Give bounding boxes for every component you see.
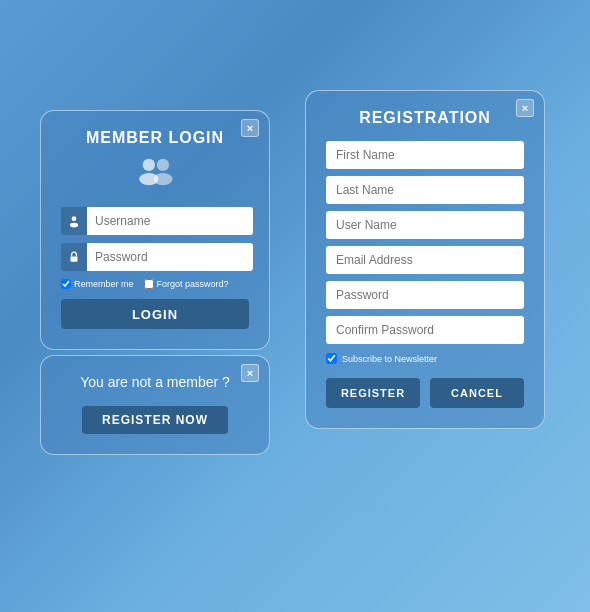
forgot-password-checkbox[interactable] bbox=[144, 279, 154, 289]
password-row bbox=[61, 243, 249, 271]
remember-row: Remember me Forgot password? bbox=[61, 279, 249, 289]
svg-point-3 bbox=[153, 173, 172, 185]
username-input[interactable] bbox=[87, 207, 253, 235]
password-input[interactable] bbox=[87, 243, 253, 271]
registration-close-button[interactable]: × bbox=[516, 99, 534, 117]
not-member-panel: × You are not a member ? REGISTER NOW bbox=[40, 355, 270, 455]
remember-me-label[interactable]: Remember me bbox=[61, 279, 134, 289]
registration-buttons: REGISTER CANCEL bbox=[326, 378, 524, 408]
register-now-button[interactable]: REGISTER NOW bbox=[82, 406, 228, 434]
svg-point-5 bbox=[70, 223, 78, 228]
reg-password-input[interactable] bbox=[326, 281, 524, 309]
login-button[interactable]: LOGIN bbox=[61, 299, 249, 329]
not-member-text: You are not a member ? bbox=[61, 374, 249, 390]
remember-me-checkbox[interactable] bbox=[61, 279, 71, 289]
last-name-input[interactable] bbox=[326, 176, 524, 204]
avatar-icon bbox=[61, 155, 249, 193]
register-button[interactable]: REGISTER bbox=[326, 378, 420, 408]
svg-point-4 bbox=[72, 216, 77, 221]
subscribe-label: Subscribe to Newsletter bbox=[342, 354, 437, 364]
confirm-password-input[interactable] bbox=[326, 316, 524, 344]
not-member-close-button[interactable]: × bbox=[241, 364, 259, 382]
svg-rect-6 bbox=[71, 256, 78, 261]
username-row bbox=[61, 207, 249, 235]
forgot-password-label[interactable]: Forgot password? bbox=[144, 279, 229, 289]
first-name-input[interactable] bbox=[326, 141, 524, 169]
svg-point-0 bbox=[143, 159, 155, 171]
subscribe-checkbox[interactable] bbox=[326, 353, 337, 364]
registration-title: REGISTRATION bbox=[326, 109, 524, 127]
email-input[interactable] bbox=[326, 246, 524, 274]
cancel-button[interactable]: CANCEL bbox=[430, 378, 524, 408]
login-panel: × MEMBER LOGIN bbox=[40, 110, 270, 350]
subscribe-row: Subscribe to Newsletter bbox=[326, 353, 524, 364]
svg-point-2 bbox=[157, 159, 169, 171]
reg-username-input[interactable] bbox=[326, 211, 524, 239]
user-icon bbox=[61, 207, 87, 235]
login-close-button[interactable]: × bbox=[241, 119, 259, 137]
registration-panel: × REGISTRATION Subscribe to Newsletter R… bbox=[305, 90, 545, 429]
login-title: MEMBER LOGIN bbox=[61, 129, 249, 147]
lock-icon bbox=[61, 243, 87, 271]
